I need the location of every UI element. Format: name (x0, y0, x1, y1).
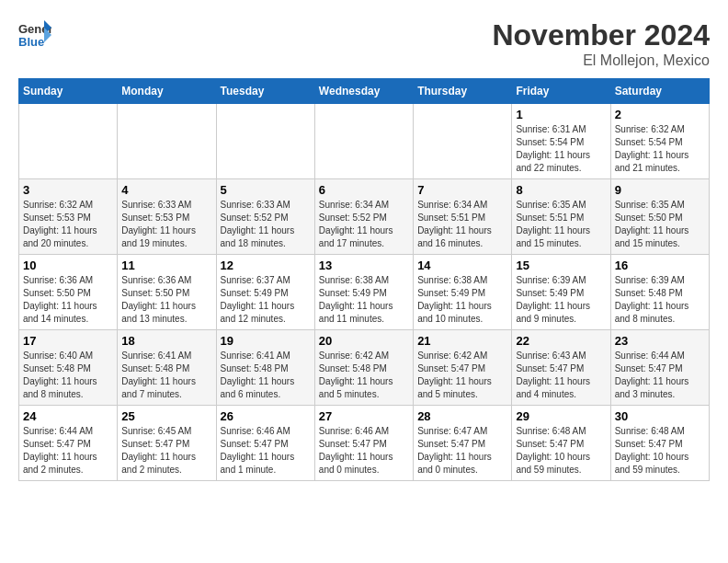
calendar-cell: 18Sunrise: 6:41 AM Sunset: 5:48 PM Dayli… (118, 330, 216, 406)
calendar-cell: 20Sunrise: 6:42 AM Sunset: 5:48 PM Dayli… (314, 330, 413, 406)
calendar-cell: 9Sunrise: 6:35 AM Sunset: 5:50 PM Daylig… (610, 179, 709, 255)
page-header: General Blue November 2024 El Mollejon, … (18, 18, 710, 69)
week-row-3: 10Sunrise: 6:36 AM Sunset: 5:50 PM Dayli… (19, 255, 710, 330)
day-number: 9 (615, 183, 705, 197)
day-number: 18 (121, 334, 211, 348)
month-title: November 2024 (492, 18, 710, 52)
day-info: Sunrise: 6:35 AM Sunset: 5:51 PM Dayligh… (516, 199, 606, 250)
title-block: November 2024 El Mollejon, Mexico (492, 18, 710, 69)
day-number: 23 (615, 334, 705, 348)
calendar-cell: 30Sunrise: 6:48 AM Sunset: 5:47 PM Dayli… (610, 406, 709, 481)
calendar-cell: 5Sunrise: 6:33 AM Sunset: 5:52 PM Daylig… (216, 179, 314, 255)
day-number: 30 (615, 409, 705, 423)
day-number: 26 (221, 409, 311, 423)
calendar-cell: 2Sunrise: 6:32 AM Sunset: 5:54 PM Daylig… (610, 104, 709, 179)
day-number: 28 (417, 409, 507, 423)
calendar-cell: 21Sunrise: 6:42 AM Sunset: 5:47 PM Dayli… (414, 330, 512, 406)
day-number: 21 (417, 334, 507, 348)
calendar-cell: 7Sunrise: 6:34 AM Sunset: 5:51 PM Daylig… (414, 179, 512, 255)
calendar-cell (19, 104, 118, 179)
day-number: 20 (319, 334, 409, 348)
logo: General Blue (18, 18, 51, 52)
calendar-cell: 26Sunrise: 6:46 AM Sunset: 5:47 PM Dayli… (216, 406, 314, 481)
day-info: Sunrise: 6:46 AM Sunset: 5:47 PM Dayligh… (221, 425, 311, 477)
calendar-header: SundayMondayTuesdayWednesdayThursdayFrid… (19, 79, 710, 104)
calendar-table: SundayMondayTuesdayWednesdayThursdayFrid… (18, 78, 710, 481)
day-number: 6 (319, 183, 409, 197)
calendar-cell: 1Sunrise: 6:31 AM Sunset: 5:54 PM Daylig… (512, 104, 610, 179)
calendar-cell: 10Sunrise: 6:36 AM Sunset: 5:50 PM Dayli… (19, 255, 118, 330)
day-number: 7 (417, 183, 507, 197)
day-number: 16 (615, 259, 705, 272)
svg-text:Blue: Blue (18, 35, 44, 49)
day-number: 1 (516, 108, 606, 121)
calendar-cell: 4Sunrise: 6:33 AM Sunset: 5:53 PM Daylig… (118, 179, 216, 255)
day-number: 12 (221, 259, 311, 272)
day-info: Sunrise: 6:39 AM Sunset: 5:48 PM Dayligh… (615, 274, 705, 326)
week-row-2: 3Sunrise: 6:32 AM Sunset: 5:53 PM Daylig… (19, 179, 710, 255)
week-row-4: 17Sunrise: 6:40 AM Sunset: 5:48 PM Dayli… (19, 330, 710, 406)
day-info: Sunrise: 6:44 AM Sunset: 5:47 PM Dayligh… (615, 350, 705, 401)
day-number: 8 (516, 183, 606, 197)
day-info: Sunrise: 6:45 AM Sunset: 5:47 PM Dayligh… (121, 425, 211, 477)
calendar-cell: 23Sunrise: 6:44 AM Sunset: 5:47 PM Dayli… (610, 330, 709, 406)
day-info: Sunrise: 6:33 AM Sunset: 5:52 PM Dayligh… (221, 199, 311, 250)
day-info: Sunrise: 6:38 AM Sunset: 5:49 PM Dayligh… (319, 274, 409, 326)
calendar-cell: 13Sunrise: 6:38 AM Sunset: 5:49 PM Dayli… (314, 255, 413, 330)
calendar-cell: 25Sunrise: 6:45 AM Sunset: 5:47 PM Dayli… (118, 406, 216, 481)
day-info: Sunrise: 6:36 AM Sunset: 5:50 PM Dayligh… (121, 274, 211, 326)
day-info: Sunrise: 6:32 AM Sunset: 5:54 PM Dayligh… (615, 123, 705, 175)
day-info: Sunrise: 6:46 AM Sunset: 5:47 PM Dayligh… (319, 425, 409, 477)
day-info: Sunrise: 6:42 AM Sunset: 5:48 PM Dayligh… (319, 350, 409, 401)
calendar-cell: 17Sunrise: 6:40 AM Sunset: 5:48 PM Dayli… (19, 330, 118, 406)
header-thursday: Thursday (414, 79, 512, 104)
day-info: Sunrise: 6:35 AM Sunset: 5:50 PM Dayligh… (615, 199, 705, 250)
day-info: Sunrise: 6:38 AM Sunset: 5:49 PM Dayligh… (417, 274, 507, 326)
day-info: Sunrise: 6:40 AM Sunset: 5:48 PM Dayligh… (23, 350, 113, 401)
header-saturday: Saturday (610, 79, 709, 104)
day-info: Sunrise: 6:32 AM Sunset: 5:53 PM Dayligh… (23, 199, 113, 250)
day-number: 19 (221, 334, 311, 348)
day-number: 15 (516, 259, 606, 272)
day-number: 10 (23, 259, 113, 272)
day-info: Sunrise: 6:41 AM Sunset: 5:48 PM Dayligh… (221, 350, 311, 401)
day-info: Sunrise: 6:33 AM Sunset: 5:53 PM Dayligh… (121, 199, 211, 250)
day-info: Sunrise: 6:39 AM Sunset: 5:49 PM Dayligh… (516, 274, 606, 326)
day-info: Sunrise: 6:48 AM Sunset: 5:47 PM Dayligh… (516, 425, 606, 477)
day-number: 3 (23, 183, 113, 197)
calendar-cell: 29Sunrise: 6:48 AM Sunset: 5:47 PM Dayli… (512, 406, 610, 481)
day-number: 22 (516, 334, 606, 348)
day-number: 27 (319, 409, 409, 423)
day-info: Sunrise: 6:41 AM Sunset: 5:48 PM Dayligh… (121, 350, 211, 401)
header-row: SundayMondayTuesdayWednesdayThursdayFrid… (19, 79, 710, 104)
day-info: Sunrise: 6:43 AM Sunset: 5:47 PM Dayligh… (516, 350, 606, 401)
calendar-cell: 28Sunrise: 6:47 AM Sunset: 5:47 PM Dayli… (414, 406, 512, 481)
day-number: 5 (221, 183, 311, 197)
week-row-5: 24Sunrise: 6:44 AM Sunset: 5:47 PM Dayli… (19, 406, 710, 481)
day-info: Sunrise: 6:34 AM Sunset: 5:51 PM Dayligh… (417, 199, 507, 250)
calendar-cell: 12Sunrise: 6:37 AM Sunset: 5:49 PM Dayli… (216, 255, 314, 330)
header-sunday: Sunday (19, 79, 118, 104)
day-info: Sunrise: 6:34 AM Sunset: 5:52 PM Dayligh… (319, 199, 409, 250)
day-number: 29 (516, 409, 606, 423)
day-info: Sunrise: 6:44 AM Sunset: 5:47 PM Dayligh… (23, 425, 113, 477)
calendar-cell: 11Sunrise: 6:36 AM Sunset: 5:50 PM Dayli… (118, 255, 216, 330)
header-tuesday: Tuesday (216, 79, 314, 104)
calendar-body: 1Sunrise: 6:31 AM Sunset: 5:54 PM Daylig… (19, 104, 710, 481)
day-number: 14 (417, 259, 507, 272)
day-number: 2 (615, 108, 705, 121)
day-number: 4 (121, 183, 211, 197)
calendar-cell: 8Sunrise: 6:35 AM Sunset: 5:51 PM Daylig… (512, 179, 610, 255)
calendar-cell: 15Sunrise: 6:39 AM Sunset: 5:49 PM Dayli… (512, 255, 610, 330)
day-info: Sunrise: 6:37 AM Sunset: 5:49 PM Dayligh… (221, 274, 311, 326)
logo-icon: General Blue (18, 18, 51, 52)
week-row-1: 1Sunrise: 6:31 AM Sunset: 5:54 PM Daylig… (19, 104, 710, 179)
calendar-cell: 22Sunrise: 6:43 AM Sunset: 5:47 PM Dayli… (512, 330, 610, 406)
calendar-cell (216, 104, 314, 179)
calendar-cell: 14Sunrise: 6:38 AM Sunset: 5:49 PM Dayli… (414, 255, 512, 330)
day-number: 25 (121, 409, 211, 423)
calendar-cell (118, 104, 216, 179)
day-number: 11 (121, 259, 211, 272)
day-info: Sunrise: 6:31 AM Sunset: 5:54 PM Dayligh… (516, 123, 606, 175)
day-info: Sunrise: 6:47 AM Sunset: 5:47 PM Dayligh… (417, 425, 507, 477)
